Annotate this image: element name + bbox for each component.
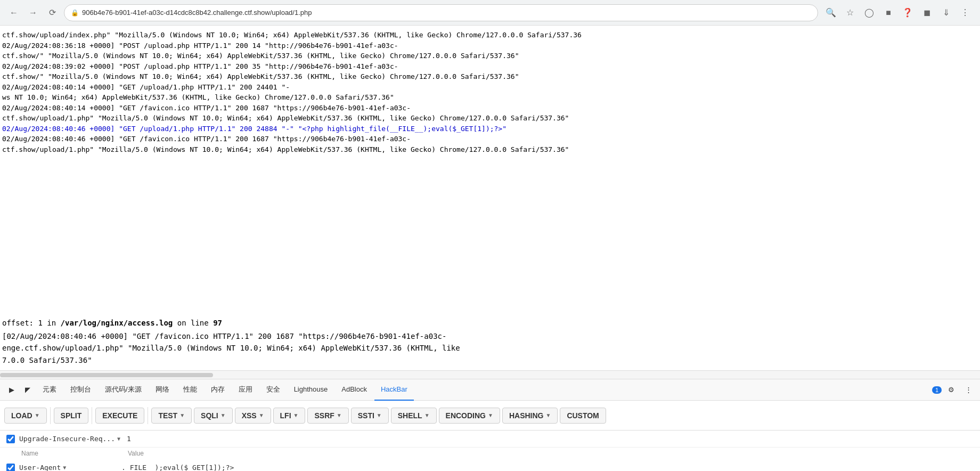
hackbar-col-headers: Name Value bbox=[0, 448, 980, 459]
test-dropdown-arrow: ▼ bbox=[179, 412, 185, 418]
tab-elements[interactable]: 元素 bbox=[36, 379, 63, 401]
devtools-topbar: ▶ ◤ 元素 控制台 源代码/来源 网络 性能 内存 应用 安全 Lightho… bbox=[0, 379, 980, 401]
tab-console[interactable]: 控制台 bbox=[64, 379, 97, 401]
log-detail: [02/Aug/2024:08:40:46 +0000] "GET /favic… bbox=[0, 330, 980, 370]
forward-button[interactable]: → bbox=[26, 5, 40, 20]
offset-path: /var/log/nginx/access.log bbox=[61, 319, 173, 327]
tab-application[interactable]: 应用 bbox=[232, 379, 259, 401]
device-toolbar-btn[interactable]: ◤ bbox=[20, 383, 35, 397]
log-line-2: ctf.show/" "Mozilla/5.0 (Windows NT 10.0… bbox=[2, 51, 978, 61]
scrollbar-track bbox=[0, 373, 213, 377]
devtools-more-btn[interactable]: ⋮ bbox=[961, 383, 976, 397]
useragent-field-name: User-Agent ▼ bbox=[19, 464, 115, 471]
devtools-right-actions: 1 ⚙ ⋮ bbox=[932, 383, 976, 397]
log-detail-line1: [02/Aug/2024:08:40:46 +0000] "GET /favic… bbox=[2, 330, 978, 342]
offset-prefix: offset: 1 in bbox=[2, 319, 61, 327]
tab-adblock[interactable]: AdBlock bbox=[335, 379, 373, 401]
log-line-0: ctf.show/upload/index.php" "Mozilla/5.0 … bbox=[2, 30, 978, 40]
tab-hackbar[interactable]: HackBar bbox=[374, 379, 414, 401]
log-line-8: ctf.show/upload/1.php" "Mozilla/5.0 (Win… bbox=[2, 113, 978, 124]
hackbar-sqli-btn[interactable]: SQLI ▼ bbox=[194, 408, 233, 424]
tab-lighthouse[interactable]: Lighthouse bbox=[288, 379, 334, 401]
hackbar-row-useragent: User-Agent ▼ bbox=[0, 459, 980, 471]
page-content: ctf.show/upload/index.php" "Mozilla/5.0 … bbox=[0, 26, 980, 313]
hackbar-row-upgrade: Upgrade-Insecure-Req... ▼ bbox=[0, 431, 980, 448]
log-line-4: ctf.show/" "Mozilla/5.0 (Windows NT 10.0… bbox=[2, 71, 978, 82]
browser-chrome: ← → ⟳ 🔒 906b4e76-b901-41ef-a03c-d14cdc8c… bbox=[0, 0, 980, 26]
extensions-button[interactable]: ◼ bbox=[918, 4, 935, 21]
tab-sources[interactable]: 源代码/来源 bbox=[99, 379, 148, 401]
refresh-button[interactable]: ⟳ bbox=[45, 5, 60, 20]
hackbar-toolbar: LOAD ▼ SPLIT EXECUTE TEST ▼ SQLI ▼ XSS ▼… bbox=[0, 401, 980, 431]
hashing-dropdown-arrow: ▼ bbox=[545, 412, 551, 418]
offset-line: 97 bbox=[213, 319, 222, 327]
log-line-11: ctf.show/upload/1.php" "Mozilla/5.0 (Win… bbox=[2, 144, 978, 155]
url-text: 906b4e76-b901-41ef-a03c-d14cdc8c8b42.cha… bbox=[82, 9, 312, 17]
log-line-6: ws NT 10.0; Win64; x64) AppleWebKit/537.… bbox=[2, 92, 978, 103]
log-detail-line3: 7.0.0 Safari/537.36" bbox=[2, 354, 978, 366]
devtools-panel: ▶ ◤ 元素 控制台 源代码/来源 网络 性能 内存 应用 安全 Lightho… bbox=[0, 379, 980, 471]
log-line-9: 02/Aug/2024:08:40:46 +0000] "GET /upload… bbox=[2, 124, 978, 134]
useragent-field-value[interactable] bbox=[119, 462, 974, 471]
upgrade-dropdown-icon[interactable]: ▼ bbox=[117, 436, 120, 442]
hackbar-xss-btn[interactable]: XSS ▼ bbox=[235, 408, 271, 424]
hackbar-test-btn[interactable]: TEST ▼ bbox=[151, 408, 192, 424]
hackbar-ssrf-btn[interactable]: SSRF ▼ bbox=[307, 408, 348, 424]
ssrf-dropdown-arrow: ▼ bbox=[337, 412, 342, 418]
log-line-1: 02/Aug/2024:08:36:18 +0000] "POST /uploa… bbox=[2, 40, 978, 51]
extension-4-button[interactable]: ❓ bbox=[899, 4, 916, 21]
hackbar-hashing-btn[interactable]: HASHING ▼ bbox=[502, 408, 558, 424]
tab-performance[interactable]: 性能 bbox=[177, 379, 203, 401]
browser-actions: 🔍 ☆ ◯ ■ ❓ ◼ ⇓ ⋮ bbox=[822, 4, 974, 21]
col-value-header: Value bbox=[128, 450, 974, 457]
hackbar-encoding-btn[interactable]: ENCODING ▼ bbox=[439, 408, 500, 424]
back-button[interactable]: ← bbox=[6, 5, 21, 20]
console-badge: 1 bbox=[932, 386, 942, 394]
log-line-3: 02/Aug/2024:08:39:02 +0000] "POST /uploa… bbox=[2, 61, 978, 72]
hackbar-load-btn[interactable]: LOAD ▼ bbox=[4, 408, 47, 424]
hackbar-custom-btn[interactable]: CUSTOM bbox=[560, 408, 606, 424]
load-dropdown-arrow: ▼ bbox=[35, 412, 40, 418]
log-line-7: 02/Aug/2024:08:40:14 +0000] "GET /favico… bbox=[2, 103, 978, 113]
ssti-dropdown-arrow: ▼ bbox=[377, 412, 382, 418]
sqli-dropdown-arrow: ▼ bbox=[220, 412, 226, 418]
encoding-dropdown-arrow: ▼ bbox=[488, 412, 493, 418]
hackbar-shell-btn[interactable]: SHELL ▼ bbox=[391, 408, 437, 424]
devtools-settings-btn[interactable]: ⚙ bbox=[944, 383, 959, 397]
offset-info: offset: 1 in /var/log/nginx/access.log o… bbox=[0, 313, 980, 330]
bookmark-button[interactable]: ☆ bbox=[842, 4, 859, 21]
tab-memory[interactable]: 内存 bbox=[205, 379, 231, 401]
lock-icon: 🔒 bbox=[71, 9, 79, 17]
inspect-element-btn[interactable]: ▶ bbox=[4, 383, 19, 397]
hackbar-execute-btn[interactable]: EXECUTE bbox=[95, 408, 144, 424]
divider-1 bbox=[50, 407, 51, 424]
download-button[interactable]: ⇓ bbox=[937, 4, 954, 21]
menu-button[interactable]: ⋮ bbox=[957, 4, 974, 21]
extension-square-button[interactable]: ■ bbox=[880, 4, 897, 21]
log-line-5: 02/Aug/2024:08:40:14 +0000] "GET /upload… bbox=[2, 82, 978, 93]
hackbar-ssti-btn[interactable]: SSTI ▼ bbox=[351, 408, 389, 424]
useragent-checkbox[interactable] bbox=[6, 464, 15, 471]
lfi-dropdown-arrow: ▼ bbox=[293, 412, 299, 418]
upgrade-checkbox[interactable] bbox=[6, 435, 15, 443]
tab-security[interactable]: 安全 bbox=[260, 379, 287, 401]
tab-network[interactable]: 网络 bbox=[149, 379, 176, 401]
log-detail-line2: enge.ctf.show/upload/1.php" "Mozilla/5.0… bbox=[2, 342, 978, 354]
offset-suffix: on line bbox=[173, 319, 213, 327]
shell-dropdown-arrow: ▼ bbox=[424, 412, 430, 418]
address-bar[interactable]: 🔒 906b4e76-b901-41ef-a03c-d14cdc8c8b42.c… bbox=[64, 4, 818, 21]
upgrade-field-value[interactable] bbox=[125, 434, 974, 444]
xss-dropdown-arrow: ▼ bbox=[259, 412, 264, 418]
useragent-dropdown-icon[interactable]: ▼ bbox=[63, 465, 66, 470]
col-name-header: Name bbox=[6, 450, 124, 457]
upgrade-field-name: Upgrade-Insecure-Req... ▼ bbox=[19, 435, 120, 443]
log-line-10: 02/Aug/2024:08:40:46 +0000] "GET /favico… bbox=[2, 134, 978, 144]
hackbar-bottom: Upgrade-Insecure-Req... ▼ Name Value Use… bbox=[0, 431, 980, 471]
hackbar-split-btn[interactable]: SPLIT bbox=[54, 408, 89, 424]
divider-3 bbox=[148, 407, 148, 424]
extension-circle-button[interactable]: ◯ bbox=[861, 4, 878, 21]
horizontal-scrollbar[interactable] bbox=[0, 370, 980, 379]
hackbar-lfi-btn[interactable]: LFI ▼ bbox=[273, 408, 306, 424]
search-button[interactable]: 🔍 bbox=[822, 4, 839, 21]
divider-2 bbox=[92, 407, 92, 424]
